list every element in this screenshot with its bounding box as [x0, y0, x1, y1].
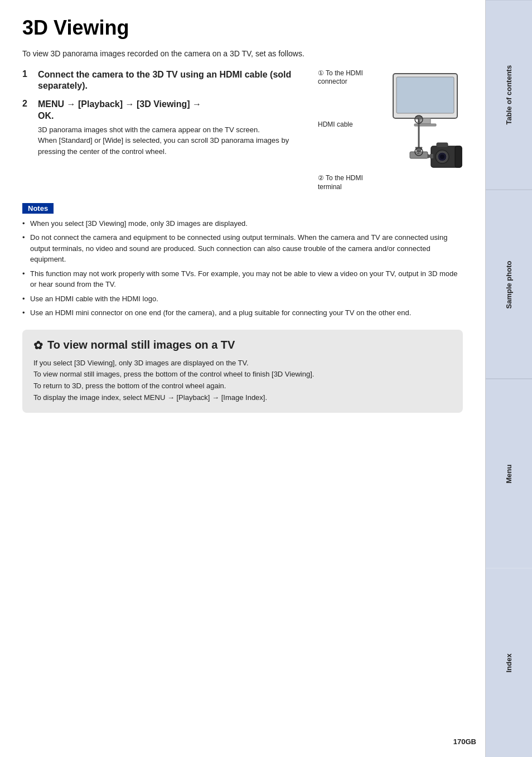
svg-rect-14 — [455, 146, 462, 167]
notes-list: When you select [3D Viewing] mode, only … — [22, 218, 463, 319]
tip-box: ✿ To view normal still images on a TV If… — [22, 330, 463, 413]
step-2: 2 MENU → [Playback] → [3D Viewing] →OK. … — [22, 99, 307, 157]
sidebar-tab-sample[interactable]: Sample photo — [486, 190, 532, 379]
step-1: 1 Connect the camera to the 3D TV using … — [22, 69, 307, 93]
notes-section: Notes When you select [3D Viewing] mode,… — [22, 203, 463, 319]
svg-text:1: 1 — [417, 117, 420, 123]
main-content: 3D Viewing To view 3D panorama images re… — [0, 0, 485, 757]
steps-left: 1 Connect the camera to the 3D TV using … — [22, 69, 307, 192]
tip-line-3: To return to 3D, press the bottom of the… — [33, 380, 452, 392]
tip-line-4: To display the image index, select MENU … — [33, 392, 452, 404]
notes-item-4: Use an HDMI cable with the HDMI logo. — [22, 293, 463, 305]
notes-header: Notes — [22, 203, 54, 214]
sidebar: Table of contents Sample photo Menu Inde… — [485, 0, 532, 757]
hdmi-diagram: ① To the HDMI connector HDMI cable ② To … — [318, 69, 463, 192]
tip-line-1: If you select [3D Viewing], only 3D imag… — [33, 358, 452, 369]
tip-title-text: To view normal still images on a TV — [47, 339, 235, 351]
step-2-heading: MENU → [Playback] → [3D Viewing] →OK. — [38, 99, 201, 122]
step-1-number: 1 — [22, 69, 33, 93]
page-wrapper: 3D Viewing To view 3D panorama images re… — [0, 0, 532, 757]
page-title: 3D Viewing — [22, 17, 463, 39]
svg-rect-3 — [414, 124, 436, 126]
sidebar-tab-index[interactable]: Index — [486, 568, 532, 758]
tip-line-2: To view normal still images, press the b… — [33, 369, 452, 380]
tv-camera-svg: 1 2 — [360, 69, 463, 186]
svg-point-12 — [440, 155, 444, 159]
step-1-heading: Connect the camera to the 3D TV using an… — [38, 69, 307, 93]
diagram-area: ① To the HDMI connector HDMI cable ② To … — [318, 69, 463, 192]
notes-item-5: Use an HDMI mini connector on one end (f… — [22, 307, 463, 319]
hdmi-cable-label: HDMI cable — [318, 120, 353, 129]
notes-item-3: This function may not work properly with… — [22, 268, 463, 290]
tip-icon: ✿ — [33, 339, 43, 352]
svg-text:2: 2 — [417, 150, 420, 155]
svg-rect-15 — [430, 154, 433, 158]
notes-item-2: Do not connect the camera and equipment … — [22, 232, 463, 265]
tip-title: ✿ To view normal still images on a TV — [33, 339, 452, 352]
notes-item-1: When you select [3D Viewing] mode, only … — [22, 218, 463, 229]
sidebar-tab-toc[interactable]: Table of contents — [486, 0, 532, 190]
steps-section: 1 Connect the camera to the 3D TV using … — [22, 69, 463, 192]
intro-text: To view 3D panorama images recorded on t… — [22, 49, 463, 58]
svg-rect-13 — [437, 143, 448, 147]
step-2-description: 3D panorama images shot with the camera … — [38, 124, 307, 157]
tip-content: If you select [3D Viewing], only 3D imag… — [33, 358, 452, 404]
sidebar-tab-menu[interactable]: Menu — [486, 379, 532, 568]
page-number: 170GB — [453, 737, 476, 746]
step-2-number: 2 — [22, 99, 33, 122]
svg-rect-1 — [396, 77, 454, 113]
